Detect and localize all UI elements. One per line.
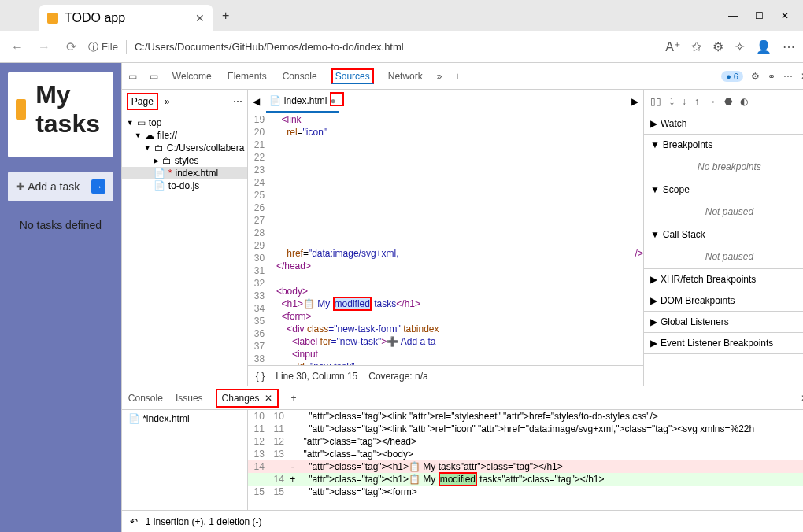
tab-welcome[interactable]: Welcome xyxy=(171,65,213,88)
editor-status-bar: { } Line 30, Column 15 Coverage: n/a xyxy=(248,365,643,386)
new-tab-button[interactable]: + xyxy=(219,6,232,26)
activity-icon[interactable]: ⚭ xyxy=(768,71,775,82)
section-watch[interactable]: ▶ Watch xyxy=(644,113,803,134)
file-tree[interactable]: ▼▭ top ▼☁ file:// ▼🗀 C:/Users/collabera … xyxy=(122,113,247,195)
maximize-button[interactable]: ☐ xyxy=(755,10,764,21)
clipboard-icon xyxy=(16,99,26,120)
drawer-tab-changes[interactable]: Changes ✕ xyxy=(216,389,279,408)
drawer-tab-console[interactable]: Console xyxy=(128,393,163,404)
annotation-box xyxy=(330,92,344,106)
section-callstack[interactable]: ▼ Call Stack xyxy=(644,224,803,245)
address-bar: ← → ⟳ ⓘ File C:/Users/Documents/GitHub/D… xyxy=(0,31,803,63)
gear-icon[interactable]: ⚙ xyxy=(751,71,760,82)
forward-button[interactable]: → xyxy=(35,40,54,54)
section-event[interactable]: ▶ Event Listener Breakpoints xyxy=(644,333,803,353)
navigator-pane: Page » ⋯ ▼▭ top ▼☁ file:// ▼🗀 C:/Users/c… xyxy=(122,90,248,386)
toggle-sidebar-icon[interactable]: ▶ xyxy=(631,96,638,107)
step-over-icon[interactable]: ⤵ xyxy=(669,96,674,107)
read-aloud-icon[interactable]: A⁺ xyxy=(665,39,680,54)
tab-console[interactable]: Console xyxy=(281,65,319,88)
resume-icon[interactable]: ▯▯ xyxy=(650,96,661,107)
kebab-icon[interactable]: ⋯ xyxy=(783,71,793,82)
profile-icon[interactable]: 👤 xyxy=(756,39,772,54)
section-breakpoints[interactable]: ▼ Breakpoints xyxy=(644,135,803,155)
tab-title: TODO app xyxy=(65,11,125,25)
step-into-icon[interactable]: ↓ xyxy=(682,96,686,107)
navigator-menu-icon[interactable]: ⋯ xyxy=(233,96,242,107)
rendered-page: My tasks ✚ Add a task → No tasks defined xyxy=(0,63,121,532)
section-global[interactable]: ▶ Global Listeners xyxy=(644,312,803,332)
menu-icon[interactable]: ⋯ xyxy=(783,39,795,54)
devtools: ▭ ▭ Welcome Elements Console Sources Net… xyxy=(121,63,803,532)
close-window-button[interactable]: ✕ xyxy=(781,10,789,21)
file-todo-js: 📄 to-do.js xyxy=(122,179,247,192)
back-button[interactable]: ← xyxy=(8,40,27,54)
device-icon[interactable]: ▭ xyxy=(150,71,158,82)
collections-icon[interactable]: ✧ xyxy=(735,39,745,54)
reload-button[interactable]: ⟳ xyxy=(61,39,80,54)
deactivate-bp-icon[interactable]: ⬣ xyxy=(724,96,732,107)
file-chip: ⓘ File xyxy=(88,40,127,54)
editor-tab-index[interactable]: 📄 index.html● xyxy=(266,91,339,113)
changes-file-list[interactable]: 📄 *index.html xyxy=(122,410,248,510)
code-editor: ◀ 📄 index.html● ▶ 1920212223242526272829… xyxy=(248,90,643,386)
no-tasks-label: No tasks defined xyxy=(8,219,113,231)
navigator-more-icon[interactable]: » xyxy=(165,96,170,107)
issues-pill[interactable]: ● 6 xyxy=(721,71,743,82)
line-gutter: 1920212223242526272829303132333435363738… xyxy=(248,113,271,365)
tab-elements[interactable]: Elements xyxy=(226,65,268,88)
drawer-status: ↶ 1 insertion (+), 1 deletion (-) xyxy=(122,510,803,532)
pause-exc-icon[interactable]: ◐ xyxy=(740,96,748,107)
step-icon[interactable]: → xyxy=(707,96,716,107)
drawer: Console Issues Changes ✕ + ✕ 📄 *index.ht… xyxy=(122,386,803,532)
tab-favicon xyxy=(47,13,58,24)
browser-tab[interactable]: TODO app ✕ xyxy=(39,5,213,31)
section-scope[interactable]: ▼ Scope xyxy=(644,179,803,200)
toggle-nav-icon[interactable]: ◀ xyxy=(253,96,260,107)
code-lines[interactable]: <link rel="icon" href="data:image/svg+xm… xyxy=(271,113,643,365)
browser-titlebar: TODO app ✕ + — ☐ ✕ xyxy=(0,0,803,31)
tab-network[interactable]: Network xyxy=(387,65,424,88)
page-heading: My tasks xyxy=(8,72,113,146)
debugger-sidebar: ▯▯ ⤵ ↓ ↑ → ⬣ ◐ ▶ Watch ▼ BreakpointsNo b… xyxy=(643,90,803,386)
submit-icon[interactable]: → xyxy=(91,179,105,194)
window-controls: — ☐ ✕ xyxy=(728,10,803,21)
file-index-html: 📄*index.html xyxy=(122,167,247,179)
tab-sources[interactable]: Sources xyxy=(331,68,374,84)
add-tab-icon[interactable]: + xyxy=(454,71,460,82)
step-out-icon[interactable]: ↑ xyxy=(694,96,699,107)
url-text[interactable]: C:/Users/Documents/GitHub/Demos/demo-to-… xyxy=(135,41,404,53)
drawer-tab-issues[interactable]: Issues xyxy=(176,393,203,404)
inspect-icon[interactable]: ▭ xyxy=(128,71,137,82)
settings-icon[interactable]: ⚙ xyxy=(712,39,723,54)
section-xhr[interactable]: ▶ XHR/fetch Breakpoints xyxy=(644,269,803,290)
revert-icon[interactable]: ↶ xyxy=(130,516,138,527)
drawer-add-icon[interactable]: + xyxy=(291,393,297,404)
more-tabs-icon[interactable]: » xyxy=(437,71,442,82)
favorite-icon[interactable]: ✩ xyxy=(691,39,701,54)
devtools-tabs: ▭ ▭ Welcome Elements Console Sources Net… xyxy=(122,63,803,90)
tab-close-icon[interactable]: ✕ xyxy=(195,12,205,24)
navigator-page-tab[interactable]: Page xyxy=(127,93,158,110)
minimize-button[interactable]: — xyxy=(728,10,738,21)
section-dom[interactable]: ▶ DOM Breakpoints xyxy=(644,290,803,311)
add-task-input[interactable]: ✚ Add a task → xyxy=(8,172,113,201)
diff-view[interactable]: 1010 "attr">class="tag"><link "attr">rel… xyxy=(248,410,803,510)
